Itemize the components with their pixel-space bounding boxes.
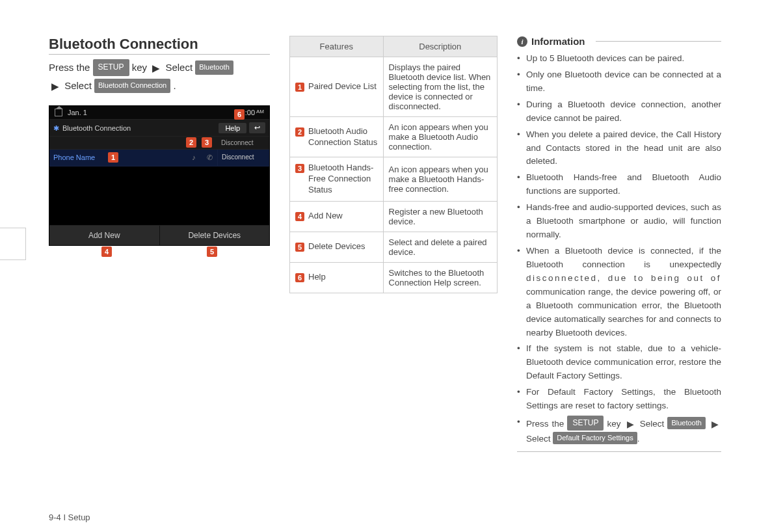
table-row: 2Bluetooth Audio Connection StatusAn ico…	[290, 117, 498, 157]
device-name: Phone Name	[53, 153, 95, 161]
list-item: Hands-free and audio-supported devices, …	[517, 201, 721, 242]
instr-text: Select	[64, 80, 94, 91]
callout-1: 1	[108, 152, 118, 163]
callout-4: 4	[101, 246, 112, 257]
page-tab-indent	[0, 228, 26, 260]
feature-description: Register a new Bluetooth device.	[383, 201, 497, 232]
back-button[interactable]: ↩	[249, 122, 265, 133]
info-bottom-rule	[517, 451, 721, 452]
info-list: Up to 5 Bluetooth devices can be paired.…	[517, 52, 721, 446]
list-item: Only one Bluetooth device can be connect…	[517, 68, 721, 96]
home-icon	[55, 109, 62, 116]
callout-6: 6	[234, 109, 245, 120]
table-row: 3Bluetooth Hands-Free Connection StatusA…	[290, 157, 498, 202]
instruction-line: Press the SETUP key ▶ Select Bluetooth ▶…	[49, 59, 270, 95]
table-row: 4Add NewRegister a new Bluetooth device.	[290, 201, 498, 232]
instr-text: .	[173, 80, 176, 91]
feature-number: 4	[295, 212, 304, 221]
feature-number: 3	[295, 164, 304, 173]
feature-number: 5	[295, 243, 304, 252]
feature-description: An icon appears when you make a Bluetoot…	[383, 117, 497, 157]
setup-key-label: SETUP	[567, 416, 604, 431]
instr-text: key	[132, 62, 150, 73]
bluetooth-icon	[53, 124, 59, 132]
default-factory-settings-label: Default Factory Settings	[553, 432, 637, 444]
bottom-bar: Add New Delete Devices	[49, 225, 269, 245]
arrow-icon: ▶	[711, 418, 719, 432]
features-table: Features Description 1Paired Device List…	[289, 36, 498, 293]
feature-label: Delete Devices	[308, 241, 365, 252]
instr-text: Press the	[49, 62, 93, 73]
table-row: 6HelpSwitches to the Bluetooth Connectio…	[290, 262, 498, 293]
device-row[interactable]: Phone Name 1 ♪ ✆ Disconnect	[49, 150, 269, 166]
arrow-icon: ▶	[51, 77, 59, 95]
feature-label: Add New	[308, 211, 343, 222]
section-title: Bluetooth Connection	[49, 36, 270, 55]
audio-status-icon: ♪	[186, 150, 202, 166]
screen-title: Bluetooth Connection	[62, 124, 131, 132]
arrow-icon: ▶	[152, 59, 160, 77]
table-row: 5Delete DevicesSelect and delete a paire…	[290, 232, 498, 262]
list-item: Press the SETUP key ▶ Select Bluetooth ▶…	[517, 416, 721, 446]
callout-5: 5	[207, 246, 217, 257]
feature-description: Switches to the Bluetooth Connection Hel…	[383, 262, 497, 293]
title-bar: Bluetooth Connection Help ↩ 6	[49, 120, 269, 137]
list-item: If the system is not stable, due to a ve…	[517, 342, 721, 383]
bluetooth-connection-label: Bluetooth Connection	[94, 79, 170, 93]
feature-label: Bluetooth Audio Connection Status	[308, 126, 378, 148]
list-item: When you delete a paired device, the Cal…	[517, 128, 721, 169]
feature-number: 2	[295, 127, 304, 137]
feature-label: Bluetooth Hands-Free Connection Status	[308, 163, 378, 196]
info-header: i Information	[517, 36, 721, 47]
list-item: Bluetooth Hands-free and Bluetooth Audio…	[517, 171, 721, 198]
empty-rows	[49, 166, 269, 225]
list-item: Up to 5 Bluetooth devices can be paired.	[517, 52, 721, 66]
table-header: 2 3 Disconnect	[49, 137, 269, 150]
list-item: When a Bluetooth device is connected, if…	[517, 245, 721, 339]
help-button[interactable]: Help	[219, 123, 246, 133]
callout-3: 3	[202, 137, 212, 148]
info-heading: Information	[531, 36, 585, 47]
col-description: Description	[383, 36, 497, 57]
col-features: Features	[290, 36, 384, 57]
instr-text: Select	[165, 62, 195, 73]
list-item: For Default Factory Settings, the Blueto…	[517, 386, 721, 413]
arrow-icon: ▶	[627, 418, 634, 432]
feature-number: 1	[295, 83, 304, 92]
device-screenshot: Jan. 1 12:00AM Bluetooth Connection Help…	[49, 105, 270, 246]
table-row: 1Paired Device ListDisplays the paired B…	[290, 57, 498, 117]
feature-description: An icon appears when you make a Bluetoot…	[383, 157, 497, 202]
info-icon: i	[517, 36, 527, 47]
feature-description: Select and delete a paired device.	[383, 232, 497, 262]
feature-label: Help	[308, 272, 326, 283]
disconnect-cell[interactable]: Disconnect	[217, 150, 269, 166]
feature-description: Displays the paired Bluetooth device lis…	[383, 57, 497, 117]
bluetooth-label: Bluetooth	[667, 417, 705, 429]
page-footer: 9-4 I Setup	[49, 512, 90, 522]
setup-key-label: SETUP	[93, 59, 129, 76]
feature-number: 6	[295, 273, 304, 282]
status-date: Jan. 1	[68, 109, 232, 116]
add-new-button[interactable]: Add New	[49, 226, 160, 245]
header-disconnect: Disconnect	[217, 137, 269, 149]
bluetooth-label: Bluetooth	[195, 60, 233, 75]
delete-devices-button[interactable]: Delete Devices	[160, 226, 270, 245]
callout-2: 2	[186, 137, 196, 148]
list-item: During a Bluetooth device connection, an…	[517, 98, 721, 126]
handsfree-status-icon: ✆	[202, 150, 217, 166]
feature-label: Paired Device List	[308, 81, 377, 92]
